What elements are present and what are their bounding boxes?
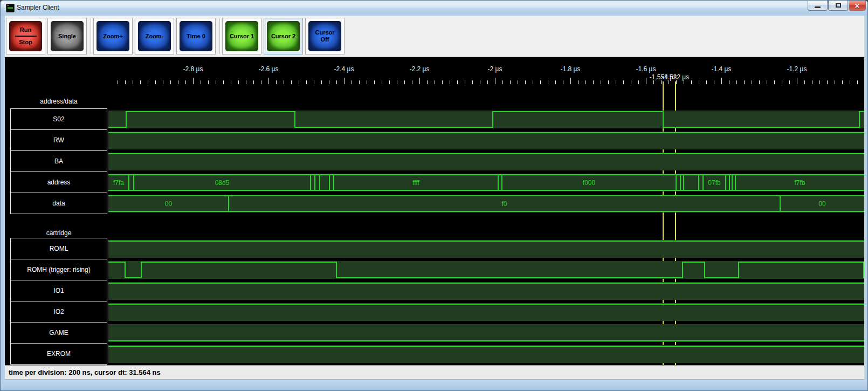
toolbar-frame-zoom-out: Zoom- [135, 18, 174, 54]
signal-band-romh-trigger-rising [108, 261, 864, 279]
ruler-minor-tick [827, 80, 828, 84]
ruler-minor-tick [653, 80, 654, 84]
toolbar-frame-cursor-1: Cursor 1 [222, 18, 261, 54]
signal-label-io1[interactable]: IO1 [10, 280, 107, 301]
ruler-minor-tick [329, 80, 329, 84]
signal-label-data[interactable]: data [10, 193, 107, 214]
signal-label-romh-trigger-rising[interactable]: ROMH (trigger: rising) [10, 259, 107, 280]
signal-label-rw[interactable]: RW [10, 129, 107, 151]
waveform-area[interactable]: -2.8 µs-2.6 µs-2.4 µs-2.2 µs-2 µs-1.8 µs… [5, 57, 864, 365]
cursor-off-button[interactable]: CursorOff [308, 21, 341, 51]
ruler-minor-tick [789, 80, 790, 84]
ruler-minor-tick [752, 80, 752, 84]
signal-label-io2[interactable]: IO2 [10, 301, 107, 323]
ruler-minor-tick [163, 80, 163, 84]
app-window: Sampler Client × RunStopSingleZoom+Zoom-… [0, 0, 868, 391]
ruler-label-2-6-s: -2.6 µs [259, 65, 279, 73]
ruler-minor-tick [623, 80, 624, 84]
single-button[interactable]: Single [51, 21, 84, 51]
ruler-minor-tick [533, 80, 533, 84]
minimize-icon [815, 6, 821, 8]
ruler-minor-tick [276, 80, 277, 84]
ruler-minor-tick [178, 80, 178, 84]
ruler-minor-tick [291, 80, 292, 84]
ruler-minor-tick [170, 80, 171, 84]
ruler-minor-tick [389, 80, 390, 84]
zoom-out-button[interactable]: Zoom- [138, 21, 171, 51]
ruler-minor-tick [661, 80, 662, 84]
ruler-minor-tick [684, 80, 684, 84]
run-stop-label: Run [20, 26, 31, 33]
signal-label-game[interactable]: GAME [10, 322, 107, 344]
ruler-minor-tick [450, 80, 450, 84]
time-0-button[interactable]: Time 0 [180, 21, 212, 51]
window-bottom-border [1, 380, 867, 391]
waveform-io1 [108, 282, 864, 300]
signal-band-rw [108, 132, 864, 149]
ruler-minor-tick [442, 80, 443, 84]
svg-text:f7fb: f7fb [794, 179, 805, 187]
ruler-minor-tick [812, 80, 812, 84]
ruler-minor-tick [706, 80, 707, 84]
ruler-minor-tick [601, 80, 601, 84]
toolbar-separator [91, 18, 92, 54]
ruler-minor-tick [540, 80, 541, 84]
ruler-minor-tick [367, 80, 367, 84]
cursor-1-button[interactable]: Cursor 1 [225, 21, 258, 51]
waveform-exrom [108, 345, 864, 363]
app-icon [6, 4, 15, 12]
ruler-minor-tick [563, 80, 563, 84]
ruler-minor-tick [261, 80, 261, 84]
ruler-minor-tick [246, 80, 246, 84]
waveform-roml [108, 240, 864, 258]
ruler-minor-tick [744, 80, 745, 84]
ruler-minor-tick [118, 80, 118, 84]
ruler-minor-tick [480, 80, 480, 84]
ruler-minor-tick [525, 80, 526, 84]
ruler-minor-tick [404, 80, 405, 84]
ruler-major-tick [797, 78, 797, 84]
signal-band-address: f7fa08d5fffff00007fbf7fb [108, 174, 864, 191]
ruler-minor-tick [578, 80, 578, 84]
waveform-address: f7fa08d5fffff00007fbf7fb [108, 174, 864, 191]
ruler-minor-tick [336, 80, 337, 84]
ruler-minor-tick [759, 80, 760, 84]
ruler-minor-tick [842, 80, 843, 84]
cursor-2-button[interactable]: Cursor 2 [267, 21, 300, 51]
ruler-minor-tick [133, 80, 133, 84]
signal-band-roml [108, 240, 864, 258]
close-icon: × [855, 2, 860, 10]
ruler-minor-tick [472, 80, 473, 84]
ruler-minor-tick [382, 80, 382, 84]
ruler-minor-tick [835, 80, 835, 84]
signal-label-address[interactable]: address [10, 172, 107, 193]
ruler-minor-tick [412, 80, 412, 84]
ruler-minor-tick [299, 80, 299, 84]
maximize-button[interactable] [828, 1, 848, 11]
minimize-button[interactable] [808, 1, 828, 11]
app-icon-screen [8, 7, 13, 9]
toolbar-frame-time-0: Time 0 [176, 18, 216, 54]
waveform-s02 [108, 111, 864, 128]
signal-band-exrom [108, 345, 864, 363]
signal-label-roml[interactable]: ROML [10, 238, 107, 259]
ruler-major-tick [646, 78, 646, 84]
signal-label-s02[interactable]: S02 [10, 108, 107, 130]
toolbar-frame-cursor-off: CursorOff [305, 18, 345, 54]
svg-text:00: 00 [165, 200, 173, 208]
signal-band-ba [108, 153, 864, 170]
close-button[interactable]: × [849, 1, 866, 11]
titlebar[interactable]: Sampler Client × [1, 1, 867, 16]
cursor-off-label: Cursor [315, 29, 334, 36]
ruler-minor-tick [585, 80, 586, 84]
ruler-minor-tick [238, 80, 239, 84]
zoom-in-button[interactable]: Zoom+ [97, 21, 129, 51]
ruler-major-tick [193, 78, 194, 84]
ruler-major-tick [495, 78, 495, 84]
signal-label-ba[interactable]: BA [10, 150, 107, 172]
run-stop-button[interactable]: RunStop [9, 21, 42, 51]
ruler-label-1-2-s: -1.2 µs [787, 65, 807, 73]
signal-label-exrom[interactable]: EXROM [10, 343, 107, 365]
ruler-minor-tick [518, 80, 518, 84]
ruler-label-2-8-s: -2.8 µs [183, 65, 203, 73]
